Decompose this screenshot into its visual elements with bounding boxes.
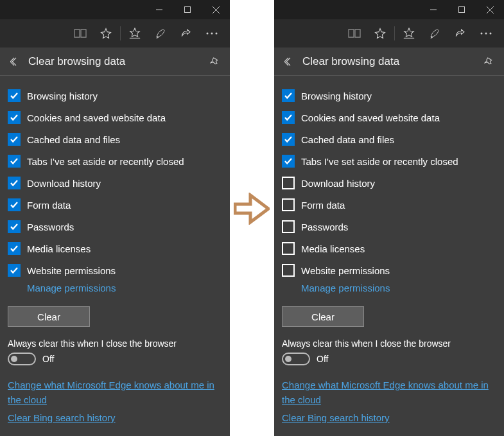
checkbox[interactable] <box>282 89 295 102</box>
back-button[interactable] <box>8 55 22 69</box>
manage-permissions-link[interactable]: Manage permissions <box>301 283 390 293</box>
checkbox-row: Cookies and saved website data <box>8 107 222 128</box>
checkbox[interactable] <box>282 155 295 168</box>
clear-button-label: Clear <box>37 311 60 322</box>
window-after: Clear browsing data Browsing historyCook… <box>274 0 504 436</box>
bing-link[interactable]: Clear Bing search history <box>282 411 390 426</box>
more-icon[interactable] <box>199 19 225 48</box>
svg-point-17 <box>490 33 492 35</box>
panel-header: Clear browsing data <box>0 48 230 76</box>
maximize-button[interactable] <box>448 0 476 19</box>
share-icon[interactable] <box>173 19 199 48</box>
toggle-state-label: Off <box>317 354 328 364</box>
checkbox-row: Browsing history <box>8 85 222 107</box>
svg-rect-10 <box>459 7 465 13</box>
toolbar <box>0 19 230 48</box>
checkbox-list: Browsing historyCookies and saved websit… <box>8 85 222 281</box>
checkbox-row: Website permissions <box>8 259 222 281</box>
checkbox[interactable] <box>282 198 295 211</box>
checkbox-row: Passwords <box>8 216 222 238</box>
window-before: Clear browsing data Browsing historyCook… <box>0 0 230 436</box>
checkbox-label: Passwords <box>27 222 74 232</box>
favorites-list-icon[interactable] <box>396 19 422 48</box>
checkbox-row: Download history <box>282 172 496 194</box>
checkbox-row: Tabs I've set aside or recently closed <box>282 150 496 172</box>
checkbox[interactable] <box>282 242 295 255</box>
manage-permissions-link[interactable]: Manage permissions <box>27 283 116 293</box>
favorite-star-icon[interactable] <box>367 19 393 48</box>
checkbox-row: Tabs I've set aside or recently closed <box>8 150 222 172</box>
reading-view-icon[interactable] <box>342 19 367 48</box>
more-icon[interactable] <box>473 19 499 48</box>
checkbox[interactable] <box>8 220 21 233</box>
checkbox[interactable] <box>8 198 21 211</box>
panel-header: Clear browsing data <box>274 48 504 76</box>
back-button[interactable] <box>282 55 296 69</box>
pen-icon[interactable] <box>422 19 448 48</box>
favorites-list-icon[interactable] <box>122 19 148 48</box>
minimize-button[interactable] <box>419 0 448 19</box>
panel-title: Clear browsing data <box>302 55 482 68</box>
checkbox[interactable] <box>282 133 295 146</box>
svg-point-15 <box>481 33 483 35</box>
checkbox[interactable] <box>8 155 21 168</box>
close-button[interactable] <box>202 0 230 19</box>
checkbox-label: Download history <box>301 178 375 189</box>
checkbox[interactable] <box>282 264 295 277</box>
reading-view-icon[interactable] <box>67 19 93 48</box>
checkbox-row: Form data <box>282 194 496 216</box>
checkbox[interactable] <box>8 89 21 102</box>
checkbox[interactable] <box>8 177 21 189</box>
checkbox[interactable] <box>8 242 21 255</box>
checkbox-label: Media licenses <box>27 243 91 254</box>
clear-button-label: Clear <box>311 311 335 322</box>
cloud-link[interactable]: Change what Microsoft Edge knows about m… <box>8 378 222 407</box>
checkbox[interactable] <box>8 133 21 146</box>
maximize-button[interactable] <box>173 0 202 19</box>
checkbox-row: Cached data and files <box>8 128 222 150</box>
minimize-button[interactable] <box>145 0 173 19</box>
checkbox-row: Media licenses <box>282 238 496 259</box>
checkbox-row: Cached data and files <box>282 128 496 150</box>
pin-button[interactable] <box>208 55 222 69</box>
checkbox-label: Cached data and files <box>27 134 120 145</box>
manage-permissions-row: Manage permissions <box>27 281 222 300</box>
toggle-state-label: Off <box>42 354 54 364</box>
always-clear-toggle-row: Off <box>282 353 496 365</box>
clear-button[interactable]: Clear <box>282 306 364 327</box>
clear-button[interactable]: Clear <box>8 306 90 327</box>
panel-body: Browsing historyCookies and saved websit… <box>0 76 230 426</box>
svg-point-8 <box>216 33 218 35</box>
close-button[interactable] <box>476 0 504 19</box>
checkbox-label: Tabs I've set aside or recently closed <box>301 156 458 167</box>
checkbox[interactable] <box>8 264 21 277</box>
checkbox-label: Download history <box>27 178 101 189</box>
pen-icon[interactable] <box>148 19 173 48</box>
checkbox-label: Cached data and files <box>301 134 394 145</box>
favorite-star-icon[interactable] <box>93 19 119 48</box>
checkbox[interactable] <box>282 177 295 189</box>
manage-permissions-row: Manage permissions <box>301 281 496 300</box>
checkbox[interactable] <box>282 220 295 233</box>
share-icon[interactable] <box>448 19 473 48</box>
titlebar <box>274 0 504 19</box>
bing-link[interactable]: Clear Bing search history <box>8 411 116 426</box>
checkbox-label: Media licenses <box>301 243 365 254</box>
always-clear-label: Always clear this when I close the brows… <box>282 338 496 349</box>
checkbox[interactable] <box>282 111 295 124</box>
checkbox-label: Cookies and saved website data <box>27 112 166 123</box>
checkbox-row: Browsing history <box>282 85 496 107</box>
toolbar <box>274 19 504 48</box>
checkbox-row: Form data <box>8 194 222 216</box>
pin-button[interactable] <box>482 55 496 69</box>
checkbox[interactable] <box>8 111 21 124</box>
always-clear-toggle[interactable] <box>282 353 310 365</box>
always-clear-toggle[interactable] <box>8 353 36 365</box>
checkbox-row: Media licenses <box>8 238 222 259</box>
arrow-between-icon <box>234 193 270 225</box>
cloud-link[interactable]: Change what Microsoft Edge knows about m… <box>282 378 496 407</box>
checkbox-label: Tabs I've set aside or recently closed <box>27 156 184 167</box>
checkbox-label: Browsing history <box>301 91 372 101</box>
checkbox-label: Passwords <box>301 222 348 232</box>
panel-body: Browsing historyCookies and saved websit… <box>274 76 504 426</box>
